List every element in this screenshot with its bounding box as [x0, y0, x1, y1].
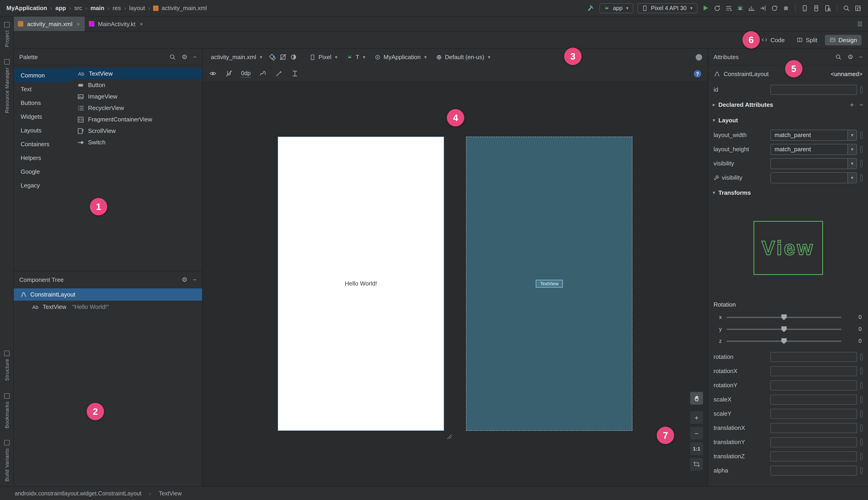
- zoom-in-button[interactable]: +: [690, 411, 703, 424]
- palette-item-button[interactable]: Button: [72, 79, 202, 91]
- gear-icon[interactable]: ⚙: [848, 54, 853, 60]
- search-icon[interactable]: [169, 53, 176, 60]
- hide-panel-icon[interactable]: −: [193, 276, 197, 283]
- palette-item-imageview[interactable]: ImageView: [72, 91, 202, 102]
- breadcrumb-item[interactable]: app: [56, 4, 66, 11]
- palette-item-switch[interactable]: Switch: [72, 137, 202, 148]
- blueprint-preview-surface[interactable]: TextView: [466, 137, 632, 431]
- resource-flag[interactable]: [860, 146, 863, 153]
- palette-category-buttons[interactable]: Buttons: [14, 96, 72, 110]
- stripe-item-bookmarks[interactable]: Bookmarks: [4, 393, 9, 428]
- resource-flag[interactable]: [860, 410, 863, 417]
- resource-flag[interactable]: [860, 382, 863, 389]
- breadcrumb-item[interactable]: main: [91, 4, 104, 11]
- rotation-x-input[interactable]: [770, 366, 857, 376]
- tree-item-textview[interactable]: Ab TextView "Hello World!": [14, 300, 202, 313]
- resource-flag[interactable]: [860, 467, 863, 474]
- pan-button[interactable]: [690, 392, 703, 405]
- layout-inspector-icon[interactable]: [854, 4, 861, 12]
- palette-category-helpers[interactable]: Helpers: [14, 151, 72, 164]
- resource-flag[interactable]: [860, 353, 863, 361]
- status-breadcrumb-root[interactable]: androidx.constraintlayout.widget.Constra…: [15, 490, 141, 497]
- mode-split-button[interactable]: Split: [792, 35, 822, 45]
- breadcrumb-item[interactable]: activity_main.xml: [161, 4, 207, 11]
- apply-code-changes-icon[interactable]: [725, 4, 732, 12]
- layout-width-dropdown[interactable]: match_parent ▼: [770, 129, 857, 140]
- sync-icon[interactable]: [771, 4, 778, 12]
- breadcrumb-item[interactable]: res: [113, 4, 121, 11]
- resource-flag[interactable]: [860, 160, 863, 167]
- search-icon[interactable]: [835, 53, 842, 60]
- scale-y-input[interactable]: [770, 409, 857, 419]
- palette-category-google[interactable]: Google: [14, 164, 72, 178]
- stripe-item-build-variants[interactable]: Build Variants: [4, 440, 9, 482]
- hide-panel-icon[interactable]: −: [193, 54, 197, 60]
- mode-design-button[interactable]: Design: [825, 35, 861, 45]
- translation-z-input[interactable]: [770, 451, 857, 461]
- palette-item-scrollview[interactable]: ScrollView: [72, 125, 202, 137]
- tab-activity-main-xml[interactable]: activity_main.xml ×: [14, 16, 84, 31]
- file-select[interactable]: activity_main.xml ▼: [208, 52, 266, 62]
- remove-attribute-button[interactable]: −: [859, 101, 864, 109]
- view-options-eye-icon[interactable]: [209, 70, 217, 78]
- resource-flag[interactable]: [860, 131, 863, 139]
- logcat-icon[interactable]: [812, 4, 820, 12]
- issues-indicator-icon[interactable]: [696, 54, 702, 60]
- status-breadcrumb-child[interactable]: TextView: [159, 490, 182, 497]
- tools-visibility-dropdown[interactable]: ▼: [770, 172, 857, 183]
- autoconnect-off-icon[interactable]: [225, 70, 233, 78]
- design-surface-icon[interactable]: [269, 53, 276, 61]
- visibility-dropdown[interactable]: ▼: [770, 158, 857, 169]
- rotation-x-slider[interactable]: [727, 317, 842, 318]
- theme-menu[interactable]: MyApplication ▼: [372, 52, 430, 62]
- hide-panel-icon[interactable]: −: [859, 54, 863, 60]
- blueprint-textview[interactable]: TextView: [536, 280, 563, 287]
- resource-flag[interactable]: [860, 86, 863, 93]
- breadcrumb-item[interactable]: src: [74, 4, 82, 11]
- blueprint-toggle-icon[interactable]: [279, 53, 287, 61]
- resize-handle-icon[interactable]: [446, 433, 452, 440]
- palette-category-common[interactable]: Common: [14, 68, 72, 82]
- resource-flag[interactable]: [860, 424, 863, 431]
- mode-code-button[interactable]: Code: [757, 35, 789, 45]
- id-input[interactable]: [770, 84, 857, 95]
- apply-changes-icon[interactable]: [713, 4, 721, 12]
- design-preview-surface[interactable]: Hello World!: [278, 137, 444, 431]
- tab-options-icon[interactable]: ☰: [857, 21, 863, 27]
- resource-flag[interactable]: [860, 439, 863, 446]
- palette-item-textview[interactable]: Ab TextView: [72, 68, 202, 79]
- search-icon[interactable]: [843, 4, 850, 12]
- api-level-menu[interactable]: T ▼: [344, 52, 369, 62]
- stripe-item-project[interactable]: Project: [4, 22, 9, 47]
- run-configuration-select[interactable]: app ▼: [600, 3, 633, 13]
- scale-x-input[interactable]: [770, 394, 857, 405]
- palette-category-text[interactable]: Text: [14, 82, 72, 96]
- close-icon[interactable]: ×: [139, 20, 143, 27]
- close-icon[interactable]: ×: [77, 20, 80, 27]
- slider-thumb[interactable]: [781, 326, 787, 332]
- palette-category-widgets[interactable]: Widgets: [14, 110, 72, 123]
- resource-flag[interactable]: [860, 396, 863, 403]
- device-manager-icon[interactable]: [801, 4, 808, 12]
- locale-menu[interactable]: Default (en-us) ▼: [433, 52, 494, 62]
- breadcrumb-item[interactable]: layout: [129, 4, 145, 11]
- design-canvas[interactable]: Hello World! TextView + − 1:1: [203, 82, 708, 486]
- default-margin-button[interactable]: 0dp: [241, 70, 251, 77]
- debug-icon[interactable]: [736, 4, 744, 12]
- device-select[interactable]: Pixel 4 API 30 ▼: [638, 3, 698, 13]
- device-menu[interactable]: Pixel ▼: [307, 52, 341, 62]
- pack-align-icon[interactable]: [291, 70, 299, 78]
- zoom-reset-button[interactable]: 1:1: [690, 442, 703, 455]
- infer-constraints-wand-icon[interactable]: [275, 70, 283, 78]
- stripe-item-structure[interactable]: Structure: [4, 351, 9, 381]
- tab-main-activity-kt[interactable]: MainActivity.kt ×: [84, 16, 148, 31]
- palette-category-legacy[interactable]: Legacy: [14, 178, 72, 192]
- palette-category-containers[interactable]: Containers: [14, 137, 72, 151]
- zoom-out-button[interactable]: −: [690, 427, 703, 440]
- layout-section[interactable]: ▾ Layout: [708, 112, 868, 128]
- hello-world-text[interactable]: Hello World!: [278, 280, 444, 287]
- slider-thumb[interactable]: [781, 338, 787, 344]
- stripe-item-resource-manager[interactable]: Resource Manager: [4, 59, 9, 113]
- resource-flag[interactable]: [860, 453, 863, 460]
- palette-item-fragmentcontainerview[interactable]: FragmentContainerView: [72, 114, 202, 125]
